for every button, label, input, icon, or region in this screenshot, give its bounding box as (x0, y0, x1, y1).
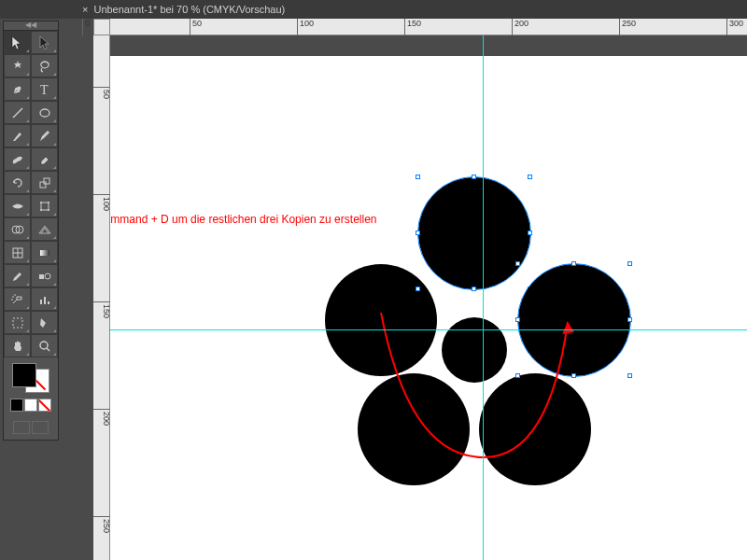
blend-tool[interactable] (31, 264, 58, 287)
width-tool[interactable] (4, 194, 31, 217)
svg-line-26 (47, 348, 49, 351)
svg-point-20 (11, 299, 13, 301)
svg-line-1 (13, 108, 22, 118)
svg-point-7 (48, 202, 49, 203)
circle-center[interactable] (442, 317, 507, 383)
svg-rect-5 (41, 203, 49, 210)
svg-rect-23 (48, 301, 49, 304)
circle-left[interactable] (325, 264, 437, 376)
circle-bottom-right[interactable] (479, 373, 591, 485)
fill-color-swatch[interactable] (12, 363, 36, 387)
tool-grid: T (4, 31, 58, 357)
svg-text:T: T (40, 83, 49, 97)
symbol-sprayer-tool[interactable] (4, 287, 31, 311)
artboard[interactable]: Command + D um die restlichen drei Kopie… (110, 56, 747, 560)
horizontal-guide[interactable] (110, 329, 747, 330)
zoom-tool[interactable] (31, 334, 58, 357)
lasso-tool[interactable] (31, 54, 58, 77)
circle-bottom-left[interactable] (358, 373, 470, 485)
tab-title: Unbenannt-1* bei 70 % (CMYK/Vorschau) (93, 4, 285, 15)
color-mode-solid[interactable] (10, 399, 23, 412)
blob-brush-tool[interactable] (4, 147, 31, 171)
slice-tool[interactable] (31, 311, 58, 334)
svg-point-9 (48, 209, 49, 211)
svg-point-8 (40, 209, 42, 211)
draw-mode-behind[interactable] (32, 421, 49, 434)
pencil-tool[interactable] (31, 124, 58, 147)
shape-builder-tool[interactable] (4, 217, 31, 241)
svg-rect-15 (40, 250, 49, 256)
svg-point-19 (14, 294, 16, 296)
svg-point-18 (12, 296, 14, 298)
selection-tool[interactable] (4, 31, 31, 54)
circle-right[interactable] (518, 264, 630, 376)
rotate-tool[interactable] (4, 171, 31, 194)
horizontal-ruler[interactable]: 050100150200250300 (93, 19, 747, 35)
scale-tool[interactable] (31, 171, 58, 194)
vertical-guide[interactable] (483, 35, 484, 560)
canvas[interactable]: Command + D um die restlichen drei Kopie… (110, 35, 747, 560)
column-graph-tool[interactable] (31, 287, 58, 311)
svg-rect-24 (13, 318, 22, 328)
tab-close-icon[interactable]: × (82, 4, 88, 15)
magic-wand-tool[interactable] (4, 54, 31, 77)
type-tool[interactable]: T (31, 77, 58, 101)
svg-rect-3 (40, 182, 46, 188)
circle-top[interactable] (418, 177, 530, 289)
svg-rect-16 (39, 274, 44, 279)
gradient-tool[interactable] (31, 241, 58, 264)
document-tab[interactable]: × Unbenannt-1* bei 70 % (CMYK/Vorschau) (75, 2, 292, 17)
eraser-tool[interactable] (31, 147, 58, 171)
svg-rect-22 (44, 297, 46, 304)
panel-collapse-icon[interactable]: ◀◀ (4, 21, 58, 31)
free-transform-tool[interactable] (31, 194, 58, 217)
svg-point-2 (40, 109, 49, 117)
pen-tool[interactable] (4, 77, 31, 101)
color-mode-gradient[interactable] (24, 399, 37, 412)
svg-point-25 (40, 342, 48, 349)
vertical-ruler[interactable]: 50100150200250 (93, 35, 110, 560)
svg-rect-4 (44, 178, 49, 184)
paintbrush-tool[interactable] (4, 124, 31, 147)
document-tab-bar: × Unbenannt-1* bei 70 % (CMYK/Vorschau) (0, 0, 747, 19)
draw-mode-normal[interactable] (13, 421, 30, 434)
svg-rect-21 (40, 300, 42, 304)
svg-point-17 (45, 273, 50, 279)
tool-panel: ◀◀ T (3, 21, 59, 441)
ruler-origin[interactable] (93, 19, 110, 35)
eyedropper-tool[interactable] (4, 264, 31, 287)
hand-tool[interactable] (4, 334, 31, 357)
line-segment-tool[interactable] (4, 101, 31, 124)
perspective-grid-tool[interactable] (31, 217, 58, 241)
artboard-tool[interactable] (4, 311, 31, 334)
annotation-text: Command + D um die restlichen drei Kopie… (110, 213, 376, 226)
svg-point-6 (40, 202, 42, 203)
mesh-tool[interactable] (4, 241, 31, 264)
color-mode-none[interactable] (38, 399, 51, 412)
color-swatch-area (4, 357, 58, 415)
direct-selection-tool[interactable] (31, 31, 58, 54)
rectangle-tool[interactable] (31, 101, 58, 124)
